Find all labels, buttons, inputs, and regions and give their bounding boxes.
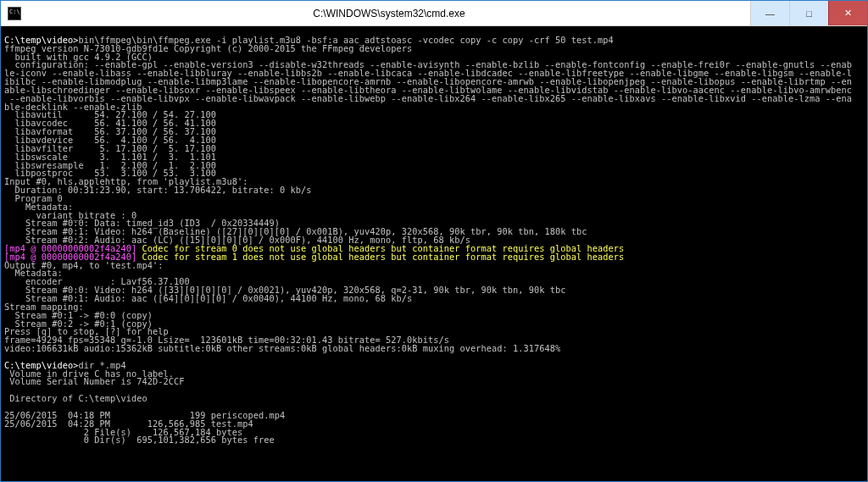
close-button[interactable]: ✕: [828, 1, 867, 25]
dir-count: 0 Dir(s) 695,101,382,656 bytes free: [4, 435, 275, 445]
window-title: C:\WINDOWS\system32\cmd.exe: [28, 8, 750, 19]
minimize-button[interactable]: —: [750, 1, 789, 25]
cmd-window: C:\WINDOWS\system32\cmd.exe — □ ✕ C:\tem…: [0, 0, 868, 482]
warning-message: Codec for stream 1 does not use global h…: [136, 252, 624, 262]
titlebar[interactable]: C:\WINDOWS\system32\cmd.exe — □ ✕: [1, 1, 867, 26]
cmd-icon: [8, 7, 21, 20]
video-stats: video:106631kB audio:15362kB subtitle:0k…: [4, 343, 560, 353]
serial-info: Volume Serial Number is 742D-2CCF: [4, 376, 184, 386]
directory-of: Directory of C:\temp\video: [4, 393, 147, 403]
titlebar-buttons: — □ ✕: [750, 1, 867, 25]
maximize-button[interactable]: □: [789, 1, 828, 25]
terminal-output[interactable]: C:\temp\video>bin\ffmpeg\bin\ffmpeg.exe …: [1, 26, 867, 481]
